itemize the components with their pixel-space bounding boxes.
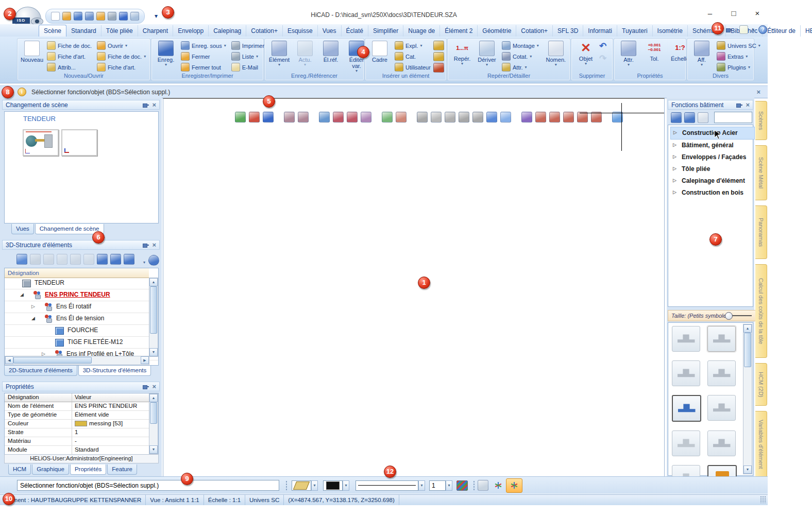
panel-tab[interactable]: 3D-Structure d'éléments (78, 366, 151, 376)
ribbon-small-button[interactable]: Ouvrir▾ (95, 40, 147, 51)
toolbar-icon[interactable] (57, 254, 67, 265)
toolbar-icon[interactable] (124, 254, 134, 265)
ribbon-small-button[interactable]: Fiche d'art.▾ (95, 62, 147, 73)
viewport-tool-icon[interactable] (549, 112, 560, 123)
ribbon-tab[interactable]: HELiOS (801, 25, 812, 37)
toolbar-icon[interactable] (16, 254, 27, 265)
side-tab[interactable]: Calcul des coûts de la tôle (755, 264, 767, 358)
command-input[interactable] (17, 480, 279, 491)
pin-icon[interactable] (142, 102, 149, 108)
ribbon-icon-button[interactable]: ↷ (599, 53, 606, 64)
toolbar-icon[interactable] (43, 254, 54, 265)
ribbon-tab[interactable]: Charpent (138, 25, 173, 37)
pin-icon[interactable] (142, 384, 149, 389)
ribbon-big-button[interactable]: Él.réf.▾ (318, 40, 343, 73)
toolbar-icon[interactable] (70, 254, 81, 265)
line-style-combo[interactable] (356, 480, 418, 491)
size-slider-knob[interactable] (725, 312, 733, 320)
ribbon-icon-button[interactable]: ↶ (599, 41, 606, 51)
tree-row[interactable]: ◢ ENS PRINC TENDEUR (5, 289, 158, 301)
tree-row[interactable]: ▷ Ens Él rotatif (5, 301, 158, 313)
ribbon-tab[interactable]: Vues (318, 25, 342, 37)
ribbon-tab[interactable]: Esquisse (283, 25, 318, 37)
viewport-tool-icon[interactable] (577, 112, 588, 123)
prompt-close-icon[interactable]: × (756, 88, 760, 96)
tree-column-header[interactable]: Désignation (5, 268, 149, 278)
quick-access-button[interactable] (85, 12, 94, 21)
ribbon-icon-button[interactable] (433, 63, 444, 73)
ribbon-tab[interactable]: SFL 3D (553, 25, 583, 37)
panel-tab[interactable]: 2D-Structure d'éléments (4, 366, 77, 376)
ribbon-tab[interactable]: Calepinag (209, 25, 246, 37)
minimize-button[interactable]: – (702, 7, 718, 20)
line-width-dropdown[interactable]: ▾ (446, 480, 452, 491)
ribbon-small-button[interactable]: Utilisateur▾ (393, 62, 432, 73)
close-button[interactable]: × (750, 7, 765, 20)
gallery-item[interactable] (707, 430, 736, 456)
toolbar-icon[interactable] (97, 254, 108, 265)
function-category[interactable]: ▷Tôle pliée (670, 163, 755, 175)
panel-tab[interactable]: Propriétés (70, 464, 106, 475)
function-category[interactable]: ▷Construction Acier (670, 127, 755, 140)
quick-access-button[interactable] (130, 12, 139, 21)
viewport-tool-icon[interactable] (333, 112, 344, 123)
coordinate-system-cube-icon[interactable] (475, 479, 490, 492)
ribbon-tab[interactable]: Envelopp (173, 25, 209, 37)
ribbon-icon-button[interactable] (433, 52, 444, 62)
ribbon-tab[interactable]: Tôle pliée (102, 25, 138, 37)
function-category[interactable]: ▷Construction en bois (670, 187, 755, 199)
ribbon-tab[interactable]: Élément 2 (440, 25, 478, 37)
panel-tab[interactable]: Feature (107, 464, 137, 475)
ribbon-tab[interactable]: Standard (66, 25, 102, 37)
ribbon-tab[interactable]: Nuage de (403, 25, 440, 37)
ribbon-big-button[interactable]: Nomen.▾ (544, 40, 568, 73)
resize-grip[interactable] (760, 496, 766, 503)
tree-row[interactable]: TIGE FILETÉE-M12 (5, 337, 158, 349)
scene-thumbnail-1[interactable] (23, 129, 59, 156)
viewport-tool-icon[interactable] (396, 112, 407, 123)
toolbar-icon[interactable] (83, 254, 94, 265)
edit-mode-icon[interactable] (739, 25, 748, 34)
viewport-tool-icon[interactable] (263, 112, 274, 123)
close-panel-icon[interactable]: × (152, 241, 156, 249)
toolbar-overflow-icon[interactable]: ▾ (143, 260, 145, 265)
ribbon-big-button[interactable]: +0.001 −0.001 Tol.▾ (642, 40, 667, 73)
ribbon-small-button[interactable]: Attrib...▾ (45, 62, 93, 73)
line-style-dropdown[interactable]: ▾ (418, 480, 425, 491)
gallery-item[interactable] (707, 360, 736, 386)
quick-access-button[interactable] (62, 12, 71, 21)
property-row[interactable]: Module Standard (5, 446, 158, 455)
ribbon-small-button[interactable]: Fiche de doc.▾ (45, 40, 93, 51)
viewport-tool-icon[interactable] (472, 112, 483, 123)
viewport-tool-icon[interactable] (235, 112, 246, 123)
ribbon-tab[interactable]: Informati (583, 25, 617, 37)
function-category[interactable]: ▷Enveloppes / Façades (670, 151, 755, 163)
viewport-tool-icon[interactable] (521, 112, 532, 123)
ribbon-tab[interactable]: Géométrie (478, 25, 516, 37)
viewport-tool-icon[interactable] (249, 112, 260, 123)
ribbon-big-button[interactable]: Cadre▾ (367, 40, 392, 73)
scene-thumbnail-2[interactable] (61, 129, 97, 156)
viewport-tool-icon[interactable] (486, 112, 497, 123)
viewport-tool-icon[interactable] (298, 112, 309, 123)
ribbon-small-button[interactable]: Enreg. sous▾ (179, 40, 228, 51)
side-tab[interactable]: Scènes (755, 101, 767, 140)
property-row[interactable]: Couleur messing [53] (5, 420, 158, 428)
coordinate-system-active-icon[interactable] (506, 478, 522, 493)
viewport-tool-icon[interactable] (431, 112, 442, 123)
side-tab[interactable]: Scène Métal (755, 145, 767, 200)
ribbon-big-button[interactable]: Dériver▾ (475, 40, 499, 73)
ribbon-big-button[interactable]: Attr.▾ (616, 40, 641, 73)
close-panel-icon[interactable]: × (152, 383, 156, 390)
viewport-tool-icon[interactable] (563, 112, 574, 123)
ribbon-big-button[interactable]: ✕ Objet▾ (573, 40, 598, 73)
panel-tab[interactable]: Graphique (32, 464, 69, 475)
viewport-tool-icon[interactable] (417, 112, 428, 123)
ribbon-tab[interactable]: Isométrie (653, 25, 688, 37)
ribbon-tab[interactable]: Simplifier (368, 25, 403, 37)
ribbon-big-button[interactable]: Aff.▾ (689, 40, 714, 73)
viewport-tool-icon[interactable] (319, 112, 330, 123)
function-category[interactable]: ▷Bâtiment, général (670, 140, 755, 151)
ribbon-small-button[interactable]: Univers SC▾ (715, 40, 762, 51)
functions-search-input[interactable] (714, 112, 752, 123)
